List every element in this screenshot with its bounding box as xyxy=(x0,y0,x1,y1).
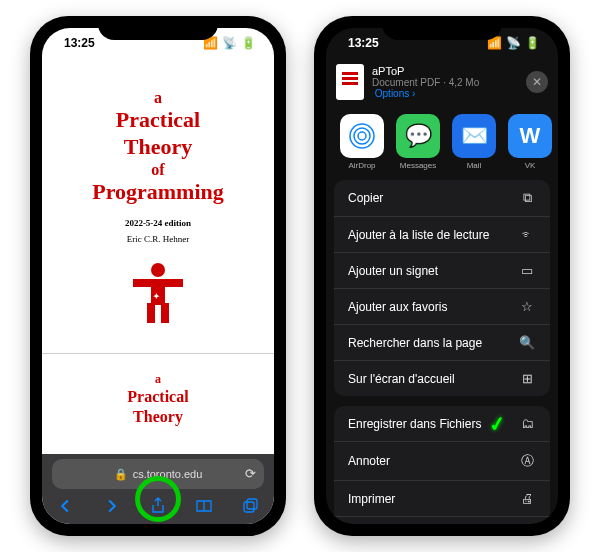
action-icon: 🔍 xyxy=(518,335,536,350)
action-row[interactable]: AnnoterⒶ xyxy=(334,441,550,480)
title-word-a: a xyxy=(42,88,274,107)
svg-point-2 xyxy=(358,132,366,140)
wifi-icon: 📡 xyxy=(222,36,237,50)
action-row[interactable]: Ajouter un signet▭ xyxy=(334,252,550,288)
forward-button[interactable] xyxy=(101,495,123,517)
status-icons: 📶 📡 🔋 xyxy=(487,36,540,50)
checkmark-annotation: ✓ xyxy=(487,521,507,524)
title-theory: Theory xyxy=(42,134,274,160)
action-row[interactable]: Rechercher dans la page🔍 xyxy=(334,324,550,360)
title-programming: Programming xyxy=(42,179,274,205)
reload-icon[interactable]: ⟳ xyxy=(245,466,256,481)
action-label: Ajouter un signet xyxy=(348,264,438,278)
back-button[interactable] xyxy=(54,495,76,517)
action-icon: ⧉ xyxy=(518,190,536,206)
title-practical: Practical xyxy=(42,107,274,133)
tabs-button[interactable] xyxy=(240,495,262,517)
lock-icon: 🔒 xyxy=(114,468,128,481)
action-icon: Ⓐ xyxy=(518,452,536,470)
title-word-of: of xyxy=(42,160,274,179)
app-mail[interactable]: ✉️ Mail xyxy=(452,114,496,170)
action-label: Sur l'écran d'accueil xyxy=(348,372,455,386)
status-time: 13:25 xyxy=(64,36,95,50)
screen-share-sheet: 13:25 📶 📡 🔋 aPToP Document PDF · 4,2 Mo … xyxy=(326,28,558,524)
bookmarks-button[interactable] xyxy=(193,495,215,517)
action-label: Rechercher dans la page xyxy=(348,336,482,350)
battery-icon: 🔋 xyxy=(525,36,540,50)
checkmark-annotation: ✓ xyxy=(487,410,507,436)
messages-icon: 💬 xyxy=(396,114,440,158)
app-vk[interactable]: W VK xyxy=(508,114,552,170)
action-icon: ᯤ xyxy=(518,227,536,242)
doc-thumbnail xyxy=(336,64,364,100)
status-icons: 📶 📡 🔋 xyxy=(203,36,256,50)
action-icon: ☆ xyxy=(518,299,536,314)
share-header: aPToP Document PDF · 4,2 Mo Options › ✕ xyxy=(326,58,558,106)
share-button[interactable] xyxy=(147,495,169,517)
action-icon: 🗂 xyxy=(518,416,536,431)
author-text: Eric C.R. Hehner xyxy=(42,234,274,245)
action-label: Copier xyxy=(348,191,383,205)
pdf-page-2: a Practical Theory xyxy=(42,353,274,427)
action-row[interactable]: Imprimer🖨 xyxy=(334,480,550,516)
app-messages[interactable]: 💬 Messages xyxy=(396,114,440,170)
safari-toolbar xyxy=(42,490,274,522)
actions-group-1: Copier⧉Ajouter à la liste de lectureᯤAjo… xyxy=(334,180,550,396)
action-label: Enregistrer dans Fichiers xyxy=(348,417,481,431)
action-label: Ajouter à la liste de lecture xyxy=(348,228,489,242)
safari-content[interactable]: a Practical Theory of Programming 2022-5… xyxy=(42,58,274,454)
doc-name: aPToP xyxy=(372,65,518,77)
action-row[interactable]: Sur l'écran d'accueil⊞ xyxy=(334,360,550,396)
svg-point-3 xyxy=(354,128,370,144)
options-link[interactable]: Options › xyxy=(375,88,416,99)
screen-safari: 13:25 📶 📡 🔋 a Practical Theory of Progra… xyxy=(42,28,274,524)
pdf-cover-page: a Practical Theory of Programming 2022-5… xyxy=(42,58,274,323)
vk-icon: W xyxy=(508,114,552,158)
notch xyxy=(382,16,502,40)
url-text: cs.toronto.edu xyxy=(133,468,203,480)
mail-icon: ✉️ xyxy=(452,114,496,158)
svg-rect-0 xyxy=(247,499,257,509)
edition-text: 2022-5-24 edition xyxy=(42,218,274,229)
action-row[interactable]: Enregistrer dans Fichiers✓🗂 xyxy=(334,406,550,441)
airdrop-icon xyxy=(340,114,384,158)
doc-info: aPToP Document PDF · 4,2 Mo Options › xyxy=(372,65,518,99)
notch xyxy=(98,16,218,40)
iphone-left: 13:25 📶 📡 🔋 a Practical Theory of Progra… xyxy=(30,16,286,536)
doc-meta: Document PDF · 4,2 Mo xyxy=(372,77,479,88)
action-label: Imprimer xyxy=(348,492,395,506)
iphone-right: 13:25 📶 📡 🔋 aPToP Document PDF · 4,2 Mo … xyxy=(314,16,570,536)
status-time: 13:25 xyxy=(348,36,379,50)
action-row[interactable]: Copier⧉ xyxy=(334,180,550,216)
wifi-icon: 📡 xyxy=(506,36,521,50)
address-bar[interactable]: 🔒 cs.toronto.edu ⟳ xyxy=(52,459,264,489)
share-apps-row[interactable]: AirDrop 💬 Messages ✉️ Mail W VK xyxy=(326,106,558,180)
safari-bottom-bar: 🔒 cs.toronto.edu ⟳ xyxy=(42,454,274,524)
action-icon: ▭ xyxy=(518,263,536,278)
action-row[interactable]: Ajouter à la liste de lectureᯤ xyxy=(334,216,550,252)
inukshuk-figure: ✦ xyxy=(133,263,183,323)
svg-rect-1 xyxy=(244,502,254,512)
action-row[interactable]: Ajouter aux favoris☆ xyxy=(334,288,550,324)
action-label: Ajouter aux favoris xyxy=(348,300,447,314)
action-icon: ⊞ xyxy=(518,371,536,386)
action-label: Annoter xyxy=(348,454,390,468)
actions-group-2: Enregistrer dans Fichiers✓🗂AnnoterⒶImpri… xyxy=(334,406,550,524)
app-airdrop[interactable]: AirDrop xyxy=(340,114,384,170)
action-icon: 🖨 xyxy=(518,491,536,506)
battery-icon: 🔋 xyxy=(241,36,256,50)
close-button[interactable]: ✕ xyxy=(526,71,548,93)
action-row[interactable]: Importer dans Acrobat✓⤓ xyxy=(334,516,550,524)
